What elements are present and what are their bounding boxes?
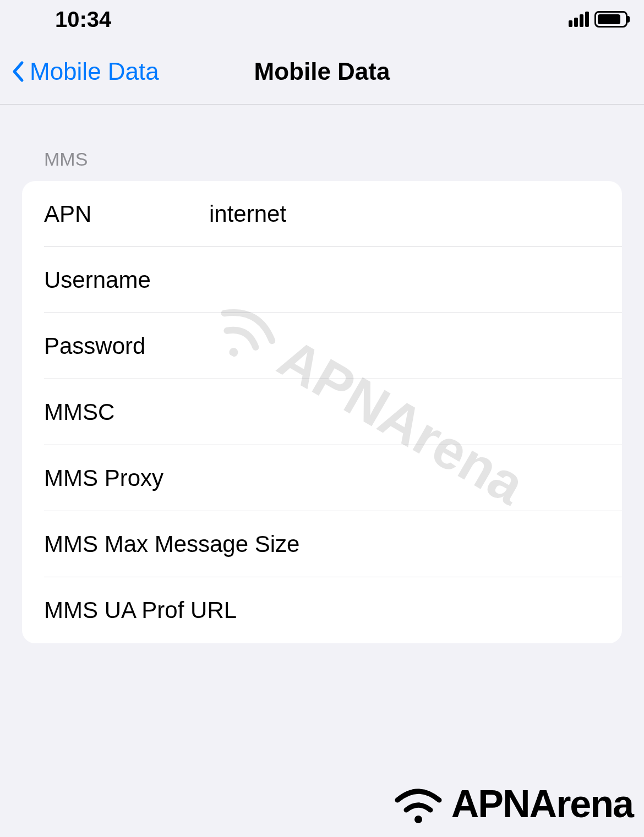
mms-max-message-size-label: MMS Max Message Size	[44, 531, 299, 557]
battery-icon	[594, 11, 627, 28]
wifi-icon	[391, 784, 446, 825]
username-input[interactable]	[209, 267, 600, 293]
navigation-bar: Mobile Data Mobile Data	[0, 39, 644, 105]
mms-ua-prof-url-row[interactable]: MMS UA Prof URL	[22, 577, 622, 643]
mms-settings-group: APN Username Password MMSC MMS Proxy MMS…	[22, 181, 622, 643]
section-header-mms: MMS	[44, 149, 622, 170]
mms-proxy-row[interactable]: MMS Proxy	[22, 445, 622, 511]
mmsc-input[interactable]	[209, 399, 600, 425]
status-bar: 10:34	[0, 0, 644, 39]
mms-ua-prof-url-label: MMS UA Prof URL	[44, 597, 237, 623]
mms-proxy-input[interactable]	[209, 465, 600, 491]
page-title: Mobile Data	[254, 58, 390, 85]
mms-proxy-label: MMS Proxy	[44, 465, 209, 491]
mmsc-row[interactable]: MMSC	[22, 379, 622, 445]
apn-label: APN	[44, 201, 209, 227]
svg-point-0	[414, 816, 422, 823]
mms-ua-prof-url-input[interactable]	[237, 597, 600, 623]
status-indicators	[569, 11, 627, 28]
chevron-left-icon	[11, 61, 24, 83]
footer-logo: APNArena	[391, 782, 633, 826]
mms-max-message-size-input[interactable]	[299, 531, 600, 557]
username-row[interactable]: Username	[22, 247, 622, 313]
password-row[interactable]: Password	[22, 313, 622, 379]
footer-logo-text: APNArena	[451, 782, 633, 826]
back-button-label: Mobile Data	[30, 58, 159, 85]
cellular-signal-icon	[569, 12, 589, 27]
apn-input[interactable]	[209, 201, 600, 227]
password-label: Password	[44, 333, 209, 359]
status-time: 10:34	[55, 7, 111, 32]
username-label: Username	[44, 267, 209, 293]
back-button[interactable]: Mobile Data	[11, 58, 159, 85]
content-area: MMS APN Username Password MMSC MMS Proxy…	[0, 105, 644, 665]
password-input[interactable]	[209, 333, 600, 359]
mms-max-message-size-row[interactable]: MMS Max Message Size	[22, 511, 622, 577]
mmsc-label: MMSC	[44, 399, 209, 425]
apn-row[interactable]: APN	[22, 181, 622, 247]
